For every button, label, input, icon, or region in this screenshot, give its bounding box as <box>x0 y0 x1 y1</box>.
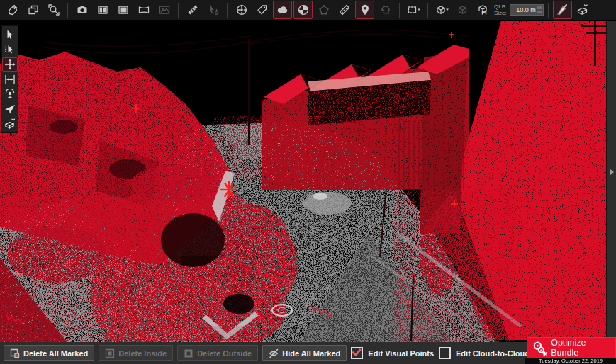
point-cloud-icon[interactable] <box>273 1 292 19</box>
cursor-probe-icon[interactable] <box>203 1 223 19</box>
chevron-right-icon[interactable] <box>610 169 614 176</box>
split-view-icon[interactable] <box>93 1 112 19</box>
point-cloud-scene <box>0 21 606 342</box>
left-tool-palette <box>1 25 18 133</box>
single-view-icon[interactable] <box>113 1 133 19</box>
orbit-spiral-icon[interactable] <box>376 1 395 19</box>
limit-box-icon[interactable] <box>432 1 452 19</box>
ruler-icon[interactable] <box>335 1 354 19</box>
erase-box-icon[interactable] <box>2 117 18 131</box>
pointcloud-editor-window: { "top_toolbar": { "qlb_label_line1": "Q… <box>0 0 616 364</box>
optimize-bundle-label: Optimize Bundle <box>551 338 611 358</box>
delete-inside-icon <box>105 348 115 358</box>
rect-select-icon[interactable] <box>404 1 423 19</box>
qlb-size-group: QLB Size: 10.0 m <box>494 4 544 16</box>
contrast-sphere-icon[interactable] <box>293 1 313 19</box>
delete-marked-icon <box>10 348 20 358</box>
delete-all-marked-button[interactable]: Delete All Marked <box>4 345 94 361</box>
viewport-canvas[interactable] <box>0 21 606 342</box>
button-label: Delete Outside <box>197 349 252 358</box>
cascade-windows-icon[interactable] <box>23 1 43 19</box>
person-view-icon[interactable] <box>2 87 18 101</box>
dark-car-silhouette <box>161 213 225 267</box>
panorama-view-icon[interactable] <box>134 1 153 19</box>
button-label: Hide All Marked <box>282 349 340 358</box>
bundle-icon <box>532 339 547 356</box>
target-disk-icon[interactable] <box>232 1 251 19</box>
limit-box-alt-icon[interactable] <box>453 1 472 19</box>
qlb-size-spinner[interactable] <box>537 6 542 13</box>
qlb-size-input[interactable]: 10.0 m <box>510 4 544 16</box>
toolbar-separator <box>427 3 428 18</box>
location-pin-icon[interactable] <box>355 1 374 19</box>
delete-outside-button[interactable]: Delete Outside <box>177 345 258 361</box>
qlb-size-label: QLB Size: <box>494 4 507 16</box>
delete-inside-button[interactable]: Delete Inside <box>99 345 173 361</box>
button-label: Delete Inside <box>118 349 167 358</box>
zoom-region-icon[interactable] <box>44 1 63 19</box>
image-view-icon[interactable] <box>155 1 174 19</box>
bottom-action-bar: Delete All Marked Delete Inside Delete O… <box>0 342 616 364</box>
button-label: Delete All Marked <box>23 349 88 358</box>
pan-move-icon[interactable] <box>2 57 18 72</box>
toolbar-separator <box>227 3 228 18</box>
annotate-hand-icon[interactable] <box>3 1 22 19</box>
toolbar-separator <box>399 3 400 18</box>
measure-pen-icon[interactable] <box>183 1 202 19</box>
measure-distance-icon[interactable] <box>2 72 18 86</box>
network-star-icon[interactable] <box>314 1 333 19</box>
right-panel-strip[interactable] <box>606 21 616 342</box>
eye-slash-icon <box>269 348 279 358</box>
gray-car <box>303 192 352 215</box>
fly-navigate-icon[interactable] <box>2 102 18 116</box>
select-cursor-icon[interactable] <box>2 28 18 42</box>
label-tag-icon[interactable] <box>252 1 271 19</box>
edit-visual-points-checkbox[interactable] <box>351 347 363 359</box>
toolbar-separator <box>178 3 179 18</box>
edit-cloud-to-cloud-checkbox[interactable] <box>439 347 451 359</box>
toolbar-separator <box>548 3 549 18</box>
delete-outside-icon <box>184 348 194 358</box>
limit-box-manager-icon[interactable] <box>474 1 493 19</box>
hide-all-marked-button[interactable]: Hide All Marked <box>262 345 347 361</box>
eraser-box-icon[interactable] <box>573 1 593 19</box>
camera-icon[interactable] <box>72 1 91 19</box>
brush-mark-icon[interactable] <box>553 1 572 19</box>
top-toolbar: QLB Size: 10.0 m <box>0 0 616 21</box>
optimize-bundle-button[interactable]: Optimize Bundle <box>527 337 616 358</box>
toolbar-separator <box>67 3 68 18</box>
status-date: Tuesday, October 22, 2019 <box>525 358 616 364</box>
edit-visual-points-label: Edit Visual Points <box>368 349 434 358</box>
mark-cursor-icon[interactable] <box>2 42 18 57</box>
